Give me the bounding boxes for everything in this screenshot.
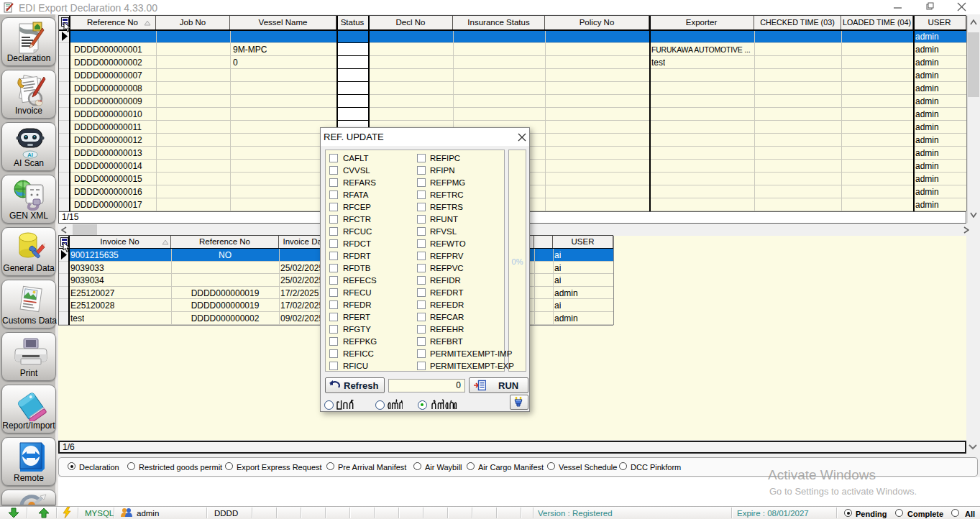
svg-text:AI: AI bbox=[27, 152, 33, 158]
svg-text:OK: OK bbox=[38, 99, 42, 103]
